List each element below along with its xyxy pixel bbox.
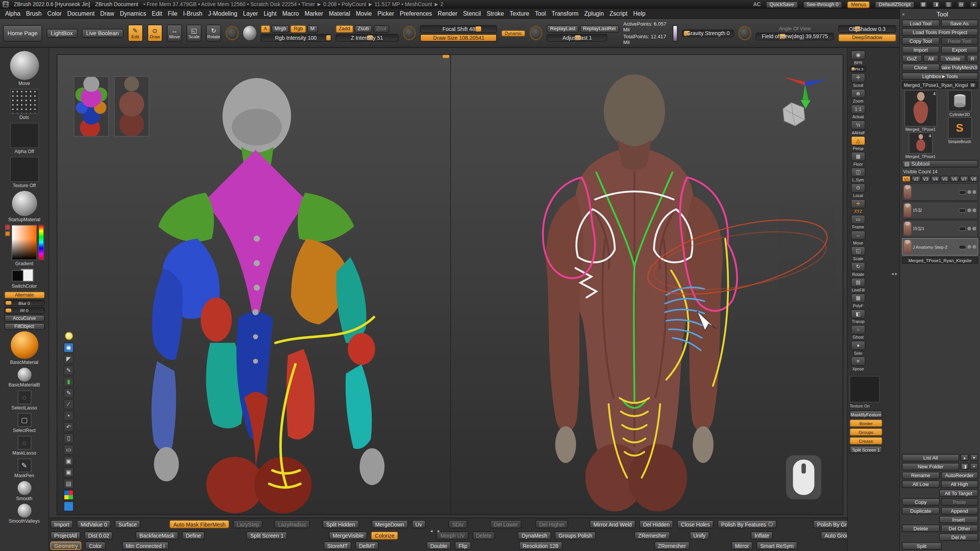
brush-preview[interactable]: [226, 26, 239, 40]
bottom-button[interactable]: Unify: [689, 531, 709, 540]
autoreorder-button[interactable]: AutoReorder: [941, 472, 978, 479]
menu-item[interactable]: Layer: [243, 10, 258, 17]
comment-icon[interactable]: ▭: [64, 445, 74, 455]
menu-item[interactable]: I-Brush: [183, 10, 202, 17]
replay-last-button[interactable]: ReplayLast: [547, 25, 578, 33]
insert-button[interactable]: Insert: [939, 516, 978, 523]
angle-of-view-icon[interactable]: [738, 26, 751, 40]
a-toggle[interactable]: A: [260, 25, 270, 33]
divider-icon[interactable]: ▥: [945, 1, 952, 7]
bottom-button[interactable]: Close Holes: [677, 520, 714, 528]
bottom-button[interactable]: Del Higher: [536, 520, 568, 528]
clipboard-icon[interactable]: ▤: [64, 479, 74, 489]
menu-item[interactable]: Color: [47, 10, 62, 17]
goz-visible-button[interactable]: Visible: [940, 55, 965, 62]
menus-button[interactable]: Menus: [847, 1, 870, 8]
saturation-square[interactable]: [11, 225, 37, 260]
bottom-button[interactable]: StoreMT: [323, 541, 351, 549]
actual-button[interactable]: 1:1Actual: [849, 104, 866, 119]
bottom-button[interactable]: Groups Polish: [555, 531, 596, 540]
select-rect-icon[interactable]: ▢: [17, 413, 31, 427]
eye-toggle-icon[interactable]: [959, 227, 966, 231]
help-circle-icon[interactable]: ●: [970, 1, 978, 7]
active-tool-thumbnail[interactable]: 4: [904, 90, 937, 126]
rename-button[interactable]: Rename: [902, 472, 939, 479]
subtool-row[interactable]: J Anatomy Step-2: [902, 238, 978, 256]
view-tab[interactable]: V5: [940, 176, 949, 182]
menu-item[interactable]: Movie: [356, 10, 372, 17]
move-up-icon[interactable]: ▴: [960, 454, 969, 461]
paint-toggle-icon[interactable]: [967, 227, 971, 230]
menu-item[interactable]: Zplugin: [584, 10, 604, 17]
image-icon[interactable]: ▣: [64, 456, 74, 466]
objshadow-slider[interactable]: ObjShadow 0.3: [838, 25, 896, 33]
gravity-direction-widget[interactable]: [673, 25, 678, 41]
bottom-button[interactable]: Del Hidden: [639, 520, 673, 528]
bottom-button[interactable]: BackfaceMask: [136, 531, 178, 540]
all-high-button[interactable]: All High: [941, 481, 978, 488]
add-icon[interactable]: +: [970, 463, 978, 470]
menu-item[interactable]: File: [168, 10, 177, 17]
menu-item[interactable]: Draw: [100, 10, 114, 17]
trash-icon[interactable]: ▯: [64, 433, 74, 443]
layout-icon[interactable]: ▦: [920, 1, 927, 7]
rotate3d-button[interactable]: ↻Rotate: [849, 262, 866, 277]
cursor-icon[interactable]: ◤: [64, 354, 74, 364]
ghost-button[interactable]: ○Ghost: [849, 325, 866, 339]
view-tab[interactable]: V2: [911, 176, 920, 182]
bottom-button[interactable]: DynaMesh: [518, 531, 551, 540]
rotate-button[interactable]: ↻Rotate: [206, 24, 221, 41]
bottom-button[interactable]: ProjectAll: [51, 531, 81, 540]
bottom-button[interactable]: SDiv: [448, 520, 467, 528]
bottom-button[interactable]: MidValue 0: [77, 520, 111, 528]
goz-r-button[interactable]: R: [967, 55, 978, 62]
xyz-button[interactable]: ✛XYZ: [849, 199, 866, 214]
paste-tool-button[interactable]: Paste Tool: [941, 37, 978, 45]
rf-slider[interactable]: Rf 0: [4, 307, 44, 313]
collapse-panel-icon[interactable]: «: [902, 11, 905, 17]
bottom-button[interactable]: Split Hidden: [322, 520, 359, 528]
material-thumbnail[interactable]: [11, 191, 37, 216]
view-tab[interactable]: V6: [950, 176, 959, 182]
menu-item[interactable]: Stroke: [487, 10, 504, 17]
color-picker[interactable]: [5, 225, 44, 260]
linefill-button[interactable]: ▤LineFill: [849, 278, 866, 292]
material-polyhedron-preview[interactable]: [782, 103, 805, 126]
recent-tool-thumbnail[interactable]: 4: [908, 132, 933, 154]
paint-toggle-icon[interactable]: [967, 190, 971, 194]
border-button[interactable]: Border: [849, 419, 882, 427]
bottom-button[interactable]: Auto Mask FiberMesh: [170, 520, 229, 528]
menu-item[interactable]: Transform: [552, 10, 579, 17]
focal-shift-slider[interactable]: Focal Shift 48: [420, 25, 497, 33]
mask-pen-icon[interactable]: ✎: [17, 458, 31, 472]
bottom-button[interactable]: Polish By Features: [717, 520, 777, 528]
scale3d-button[interactable]: ◱Scale: [849, 246, 866, 261]
bottom-button[interactable]: Delete: [472, 531, 495, 540]
transp-button[interactable]: ◧Transp: [849, 309, 866, 324]
spix-slider[interactable]: SPix 3: [849, 66, 866, 72]
pen-icon[interactable]: ✎: [64, 365, 74, 375]
pencil-icon[interactable]: ✎: [64, 388, 74, 398]
reference-thumbnail-colorized[interactable]: [74, 76, 109, 137]
stroke-thumbnail[interactable]: [10, 89, 39, 114]
blur-slider[interactable]: Blur 0: [4, 300, 44, 306]
copy-subtool-button[interactable]: Copy: [902, 498, 939, 506]
mask-by-feature-button[interactable]: MaskByFeature: [849, 411, 882, 418]
sculpt-toggle-icon[interactable]: [972, 245, 976, 249]
crease-button[interactable]: Crease: [849, 437, 882, 445]
replay-icon[interactable]: [529, 26, 542, 40]
bottom-button[interactable]: Surface: [114, 520, 140, 528]
menu-item[interactable]: Macro: [282, 10, 299, 17]
bottom-button[interactable]: MergeVisible: [329, 531, 367, 540]
subtool-row[interactable]: 15장: [902, 202, 978, 219]
paint-toggle-icon[interactable]: [967, 245, 971, 249]
move3d-button[interactable]: ↔Move: [849, 230, 866, 245]
subtool-row[interactable]: 15장1: [902, 220, 978, 237]
rgb-intensity-slider[interactable]: Rgb Intensity 100: [260, 34, 331, 41]
switch-color-widget[interactable]: [11, 269, 37, 283]
replay-last-rel-button[interactable]: ReplayLastRel: [580, 25, 619, 33]
export-button[interactable]: Export: [941, 46, 978, 54]
menu-item[interactable]: Help: [633, 10, 645, 17]
eye-icon[interactable]: ◉: [64, 342, 74, 352]
undo-icon[interactable]: ↶: [64, 422, 74, 432]
